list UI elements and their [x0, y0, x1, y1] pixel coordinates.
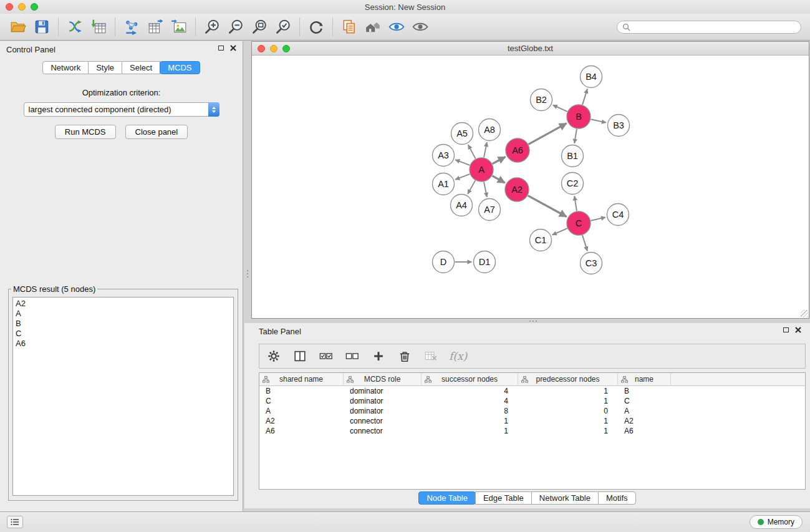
refresh-icon[interactable]: [304, 16, 328, 37]
search-box[interactable]: [617, 21, 801, 34]
result-item[interactable]: A: [16, 309, 233, 319]
criterion-select[interactable]: largest connected component (directed): [24, 102, 219, 117]
delete-icon[interactable]: [397, 348, 413, 364]
network-zoom-button[interactable]: [282, 45, 290, 52]
close-window-button[interactable]: [6, 3, 13, 11]
tab-select[interactable]: Select: [122, 61, 160, 74]
tab-style[interactable]: Style: [88, 61, 122, 74]
graph-edge-B-B1[interactable]: [574, 129, 577, 143]
float-panel-icon[interactable]: [218, 46, 224, 51]
deselect-all-icon[interactable]: [344, 348, 360, 364]
graph-edge-C-C4[interactable]: [591, 217, 606, 220]
export-network-icon[interactable]: [120, 16, 143, 37]
graph-edge-C-C3[interactable]: [582, 235, 587, 251]
graph-edge-B-B3[interactable]: [591, 119, 607, 122]
export-table-icon[interactable]: [143, 16, 167, 37]
zoom-window-button[interactable]: [31, 3, 38, 11]
column-header-shared-name[interactable]: shared name: [259, 373, 344, 385]
zoom-out-icon[interactable]: [224, 16, 248, 37]
import-table-icon[interactable]: [87, 16, 110, 37]
mcds-result-list[interactable]: A2ABCA6: [12, 297, 234, 496]
graph-node-B1[interactable]: B1: [562, 145, 584, 167]
close-panel-icon[interactable]: [230, 45, 236, 51]
graph-node-B2[interactable]: B2: [531, 89, 552, 111]
table-row[interactable]: A6connector11A6: [259, 426, 805, 436]
result-item[interactable]: C: [16, 329, 233, 339]
graph-node-C[interactable]: C: [567, 211, 591, 235]
graph-node-C2[interactable]: C2: [562, 173, 584, 195]
settings-icon[interactable]: [266, 348, 282, 364]
graph-edge-A2-C[interactable]: [528, 196, 567, 217]
graph-node-B4[interactable]: B4: [581, 66, 602, 88]
column-header-MCDS-role[interactable]: MCDS role: [344, 373, 422, 385]
graph-edge-A-A5[interactable]: [468, 145, 476, 158]
resize-corner-handle[interactable]: [801, 310, 808, 317]
network-canvas[interactable]: B4B2BB3A5A8A6A3B1AA1A2C2A4A7C4CC1C3DD1: [252, 56, 809, 318]
save-icon[interactable]: [30, 16, 54, 37]
export-image-icon[interactable]: [167, 16, 191, 37]
network-minimize-button[interactable]: [270, 45, 277, 52]
graph-node-D[interactable]: D: [433, 251, 455, 273]
copy-icon[interactable]: [337, 16, 361, 37]
select-all-icon[interactable]: [318, 348, 334, 364]
graph-node-A5[interactable]: A5: [451, 123, 473, 145]
close-table-panel-icon[interactable]: [795, 327, 801, 333]
table-row[interactable]: A2connector11A2: [259, 416, 805, 426]
column-header-successor-nodes[interactable]: successor nodes: [422, 373, 518, 385]
add-row-icon[interactable]: [370, 348, 387, 364]
tab-node-table[interactable]: Node Table: [418, 491, 476, 505]
graph-edge-A-A3[interactable]: [455, 160, 470, 165]
graph-node-C4[interactable]: C4: [607, 204, 629, 226]
graph-edge-B-B4[interactable]: [582, 89, 587, 105]
column-header-predecessor-nodes[interactable]: predecessor nodes: [518, 373, 618, 385]
visual-style-icon[interactable]: [385, 16, 408, 37]
run-mcds-button[interactable]: Run MCDS: [55, 125, 116, 139]
tab-network[interactable]: Network: [42, 61, 89, 74]
graph-node-C1[interactable]: C1: [530, 230, 552, 251]
graph-node-A3[interactable]: A3: [433, 145, 455, 167]
columns-icon[interactable]: [292, 348, 308, 364]
function-builder-icon[interactable]: f(x): [449, 350, 467, 362]
task-history-button[interactable]: [7, 516, 23, 528]
table-row[interactable]: Adominator80A: [259, 406, 805, 416]
graph-edge-A-A8[interactable]: [484, 142, 487, 157]
tab-mcds[interactable]: MCDS: [160, 61, 200, 74]
result-item[interactable]: A2: [16, 299, 233, 309]
result-item[interactable]: A6: [16, 339, 233, 349]
zoom-fit-icon[interactable]: [248, 16, 271, 37]
graph-node-A[interactable]: A: [470, 158, 493, 181]
graph-edge-B-B2[interactable]: [553, 105, 567, 111]
graph-edge-A-A7[interactable]: [484, 182, 487, 197]
graph-node-A7[interactable]: A7: [479, 199, 501, 221]
open-folder-icon[interactable]: [6, 16, 30, 37]
graph-edge-A-A1[interactable]: [455, 174, 470, 180]
graph-edge-A-A4[interactable]: [468, 180, 475, 194]
close-panel-button[interactable]: Close panel: [125, 125, 188, 139]
graph-edge-C-C2[interactable]: [574, 196, 577, 211]
table-row[interactable]: Cdominator41C: [259, 396, 805, 406]
graph-edge-A-A2[interactable]: [492, 176, 504, 183]
graph-node-A2[interactable]: A2: [505, 178, 529, 201]
graph-node-D1[interactable]: D1: [474, 251, 496, 273]
graph-node-A8[interactable]: A8: [479, 119, 501, 141]
import-network-icon[interactable]: [63, 16, 87, 37]
graph-edge-C-C1[interactable]: [552, 228, 567, 235]
tab-motifs[interactable]: Motifs: [598, 491, 636, 505]
float-table-panel-icon[interactable]: [783, 327, 789, 332]
network-close-button[interactable]: [258, 45, 265, 52]
graph-edge-A6-B[interactable]: [529, 123, 567, 145]
zoom-selected-icon[interactable]: [271, 16, 295, 37]
result-item[interactable]: B: [16, 319, 233, 329]
memory-button[interactable]: Memory: [750, 515, 803, 529]
table-row[interactable]: Bdominator41B: [259, 386, 805, 396]
column-header-name[interactable]: name: [618, 373, 671, 385]
graph-node-A4[interactable]: A4: [451, 195, 473, 216]
graph-node-A6[interactable]: A6: [506, 138, 529, 162]
graph-node-C3[interactable]: C3: [581, 253, 602, 274]
zoom-in-icon[interactable]: [200, 16, 224, 37]
tab-edge-table[interactable]: Edge Table: [475, 491, 532, 505]
table-delete-icon[interactable]: [423, 348, 439, 364]
graph-node-B3[interactable]: B3: [608, 115, 630, 137]
graph-node-A1[interactable]: A1: [433, 173, 455, 195]
graph-node-B[interactable]: B: [567, 105, 591, 128]
